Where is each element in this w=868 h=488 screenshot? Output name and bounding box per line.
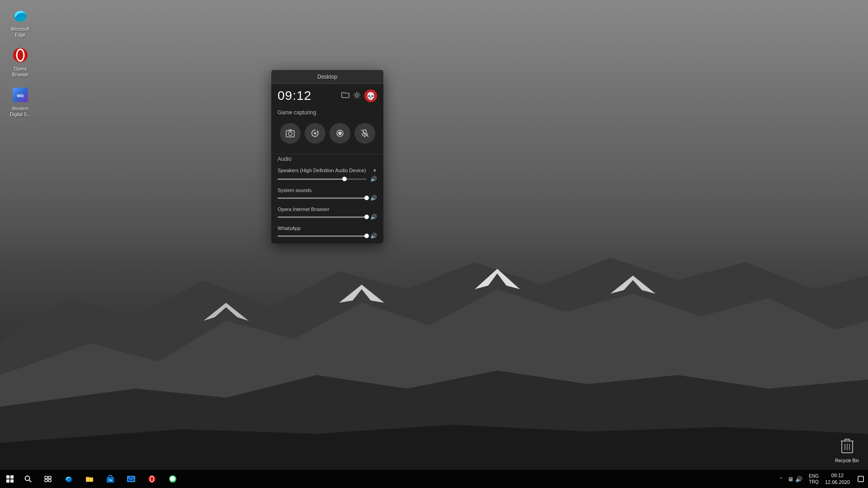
recycle-bin-icon <box>839 437 855 456</box>
wd-icon: WD <box>11 86 29 104</box>
taskbar-app-icons: 🛍 <box>38 470 183 488</box>
system-sounds-slider[interactable] <box>278 197 367 199</box>
game-bar-header-icons: 💀 <box>341 89 377 102</box>
speakers-slider-row: 🔊 <box>271 174 383 187</box>
system-tray-icons: 🖥 🔊 <box>784 476 806 483</box>
svg-rect-41 <box>127 476 135 482</box>
svg-text:🛍: 🛍 <box>109 479 112 482</box>
opera-volume-icon[interactable]: 🔊 <box>370 214 377 220</box>
opera-audio-fill <box>278 216 367 218</box>
svg-rect-37 <box>48 479 51 482</box>
opera-icon-label: Opera Browser <box>6 66 34 78</box>
game-bar-clock-row: 09:12 💀 <box>271 84 383 107</box>
system-sounds-fill <box>278 197 367 199</box>
audio-device-name: Speakers (High Definition Audio Device) <box>278 168 366 173</box>
taskbar-right: ^ 🖥 🔊 ENG TRQ 09:12 12.06.2020 <box>778 470 868 488</box>
game-bar-clock: 09:12 <box>278 89 311 103</box>
settings-icon[interactable] <box>353 91 361 101</box>
taskbar-clock[interactable]: 09:12 12.06.2020 <box>821 472 854 486</box>
whatsapp-audio-slider-row: 🔊 <box>271 231 383 244</box>
opera-audio-slider[interactable] <box>278 216 367 218</box>
capture-buttons-row <box>271 118 383 150</box>
taskbar-mail[interactable] <box>121 470 141 488</box>
taskbar-edge[interactable] <box>59 470 79 488</box>
svg-line-33 <box>29 480 32 483</box>
speakers-slider-fill <box>278 178 344 180</box>
user-avatar[interactable]: 💀 <box>364 89 377 102</box>
whatsapp-audio-row: WhatsApp <box>271 225 383 231</box>
desktop-icon-wd[interactable]: WD Western Digital S... <box>5 84 36 119</box>
svg-point-19 <box>288 132 292 136</box>
audio-section: Audio Speakers (High Definition Audio De… <box>271 150 383 244</box>
whatsapp-volume-icon[interactable]: 🔊 <box>370 233 377 239</box>
mountain-background <box>0 217 868 488</box>
audio-device-selector[interactable]: Speakers (High Definition Audio Device) … <box>271 166 383 174</box>
system-sounds-label: System sounds <box>278 188 377 193</box>
opera-audio-thumb <box>364 215 369 219</box>
svg-point-42 <box>148 475 156 483</box>
taskbar-task-view[interactable] <box>38 470 58 488</box>
mic-off-button[interactable] <box>354 123 375 144</box>
svg-rect-18 <box>286 131 294 137</box>
taskbar-store[interactable]: 🛍 <box>100 470 120 488</box>
svg-point-24 <box>338 131 342 135</box>
taskbar-opera[interactable] <box>142 470 162 488</box>
replay-button[interactable] <box>305 123 326 144</box>
opera-audio-slider-row: 🔊 <box>271 212 383 225</box>
desktop-icon-opera[interactable]: Opera Browser <box>5 44 36 80</box>
audio-section-label: Audio <box>271 154 383 166</box>
notification-button[interactable] <box>854 470 868 488</box>
whatsapp-audio-thumb <box>364 234 369 238</box>
volume-icon[interactable]: 🔊 <box>795 476 802 483</box>
svg-rect-35 <box>48 476 51 479</box>
svg-point-22 <box>314 132 316 135</box>
screenshot-button[interactable] <box>280 123 301 144</box>
opera-audio-label: Opera Internet Browser <box>278 206 377 212</box>
svg-marker-21 <box>317 130 319 132</box>
wd-icon-label: Western Digital S... <box>6 106 34 117</box>
svg-rect-29 <box>10 475 14 479</box>
taskbar: 🛍 ^ 🖥 <box>0 470 868 488</box>
game-bar-panel: Desktop 09:12 💀 Game capturing <box>271 70 383 244</box>
speakers-volume-slider[interactable] <box>278 178 367 180</box>
speakers-volume-icon[interactable]: 🔊 <box>370 176 377 182</box>
search-button[interactable] <box>20 470 36 488</box>
network-icon[interactable]: 🖥 <box>788 476 793 483</box>
opera-audio-row: Opera Internet Browser <box>271 206 383 212</box>
game-bar-title: Desktop <box>271 70 383 84</box>
dropdown-chevron-icon: ▼ <box>373 168 377 173</box>
svg-rect-28 <box>6 475 9 479</box>
record-button[interactable] <box>330 123 350 144</box>
svg-rect-36 <box>45 479 47 482</box>
recycle-bin[interactable]: Recycle Bin <box>835 437 859 463</box>
keyboard-layout: TRQ <box>809 479 819 485</box>
taskbar-time: 09:12 <box>831 472 844 479</box>
svg-rect-45 <box>858 476 863 482</box>
taskbar-date: 12.06.2020 <box>825 479 850 486</box>
opera-icon <box>11 46 29 64</box>
system-sounds-row: System sounds <box>271 187 383 193</box>
whatsapp-audio-label: WhatsApp <box>278 225 377 231</box>
svg-point-17 <box>356 94 359 96</box>
whatsapp-audio-fill <box>278 235 367 237</box>
system-tray-expand[interactable]: ^ <box>778 477 784 482</box>
desktop-icon-edge[interactable]: Microsoft Edge <box>5 5 36 40</box>
desktop-icons-container: Microsoft Edge Opera Browser <box>5 5 36 119</box>
svg-point-9 <box>13 48 28 62</box>
language-code: ENG <box>809 473 819 479</box>
language-indicator[interactable]: ENG TRQ <box>806 473 821 485</box>
recycle-bin-label: Recycle Bin <box>835 458 859 463</box>
svg-text:WD: WD <box>17 94 24 98</box>
system-sounds-slider-row: 🔊 <box>271 193 383 206</box>
edge-icon <box>11 6 29 24</box>
taskbar-explorer[interactable] <box>80 470 99 488</box>
svg-point-32 <box>25 476 30 481</box>
svg-rect-30 <box>6 479 9 483</box>
edge-icon-label: Microsoft Edge <box>6 26 34 38</box>
folder-icon[interactable] <box>341 91 349 100</box>
whatsapp-audio-slider[interactable] <box>278 235 367 237</box>
taskbar-whatsapp[interactable] <box>163 470 183 488</box>
speakers-slider-thumb <box>342 177 347 181</box>
start-button[interactable] <box>0 470 20 488</box>
system-sounds-volume-icon[interactable]: 🔊 <box>370 195 377 201</box>
